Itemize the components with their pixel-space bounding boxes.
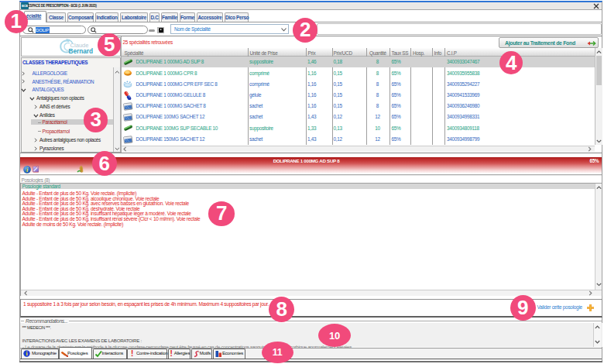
svg-text:Bernard: Bernard (69, 48, 93, 55)
